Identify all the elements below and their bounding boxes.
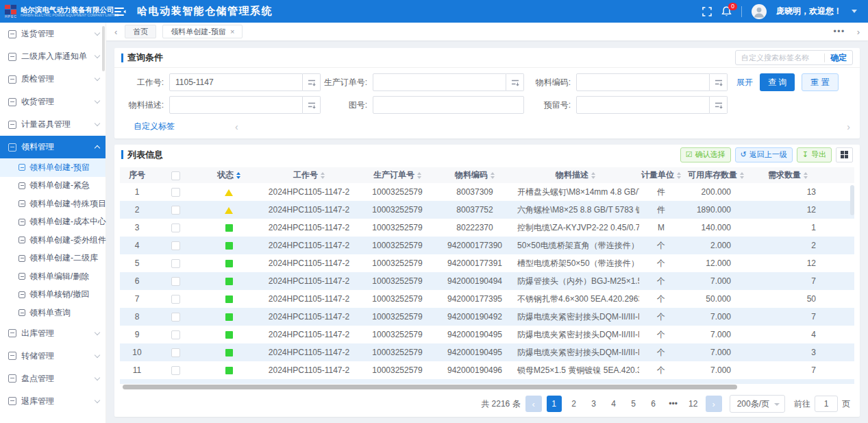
table-row[interactable]: 11 2024HPC1105-1147-21000325257994200019… (120, 361, 854, 379)
sidebar-subitem-create-reserve[interactable]: 领料单创建-预留 (0, 158, 106, 177)
sidebar-item-delivery[interactable]: 送货管理 (0, 23, 106, 45)
page-number[interactable]: 4 (606, 396, 621, 412)
page-number[interactable]: 12 (686, 396, 701, 412)
page-number[interactable]: 1 (547, 396, 562, 412)
sidebar-subitem-writeoff-revoke[interactable]: 领料单核销/撤回 (0, 286, 106, 304)
next-page-button[interactable]: › (706, 396, 722, 412)
export-button[interactable]: ↧ 导出 (797, 147, 832, 162)
row-checkbox[interactable] (171, 366, 180, 375)
page-size-select[interactable]: 200条/页 (730, 395, 785, 413)
row-checkbox[interactable] (171, 295, 180, 304)
page-number[interactable]: 2 (567, 396, 582, 412)
table-row[interactable]: 4 2024HPC1105-1147-210003252579942000177… (120, 237, 854, 254)
sidebar-subitem-edit-delete[interactable]: 领料单编辑/删除 (0, 267, 106, 286)
col-order-no[interactable]: 生产订单号 (357, 167, 438, 183)
tab-create-reserve[interactable]: 领料单创建-预留 × (162, 25, 243, 38)
row-checkbox[interactable] (171, 348, 180, 357)
work-no-filter-button[interactable] (303, 73, 321, 91)
page-number[interactable]: 6 (646, 396, 661, 412)
table-row[interactable]: 9 2024HPC1105-1147-210003252579942000190… (120, 326, 854, 343)
tags-next-icon[interactable]: › (847, 121, 850, 132)
table-horizontal-scrollbar[interactable] (121, 385, 853, 390)
table-row[interactable]: 12 2024HPC1105-1147-31000325257894200000… (120, 379, 854, 384)
row-checkbox[interactable] (171, 188, 180, 197)
col-stock[interactable]: 可用库存数量 (683, 167, 749, 183)
page-number[interactable]: 3 (586, 396, 602, 412)
table-row[interactable]: 10 2024HPC1105-1147-21000325257994200019… (120, 343, 854, 361)
notification-bell-icon[interactable]: 0 (721, 6, 732, 17)
material-desc-filter-button[interactable] (303, 96, 321, 114)
sidebar-subitem-query[interactable]: 领料单查询 (0, 304, 106, 322)
tabs-more-button[interactable]: ••• (830, 27, 850, 36)
table-row[interactable]: 2 2024HPC1105-1147-21000325257980037752 … (120, 201, 854, 219)
row-checkbox[interactable] (171, 277, 180, 286)
drawing-no-input[interactable] (373, 96, 524, 114)
collapse-menu-icon[interactable] (114, 7, 126, 16)
reserve-no-filter-button[interactable] (710, 96, 728, 114)
col-material-code[interactable]: 物料编码 (438, 167, 512, 183)
sidebar-item-return-warehouse[interactable]: 退库管理 (0, 390, 106, 413)
sidebar-item-measuring-tools[interactable]: 计量器具管理 (0, 113, 106, 136)
user-greeting[interactable]: 庞晓明，欢迎您！ (776, 5, 842, 17)
material-desc-input[interactable] (169, 96, 303, 114)
row-checkbox[interactable] (171, 259, 180, 268)
sidebar-item-outbound[interactable]: 出库管理 (0, 322, 106, 345)
return-up-button[interactable]: ↺ 返回上一级 (735, 147, 793, 162)
sidebar-item-transfer[interactable]: 转储管理 (0, 345, 106, 367)
col-work-no[interactable]: 工作号 (261, 167, 357, 183)
row-checkbox[interactable] (171, 223, 180, 232)
row-checkbox[interactable] (171, 241, 180, 250)
sidebar-scrollbar[interactable] (102, 26, 105, 71)
col-demand[interactable]: 需求数量 (749, 167, 827, 183)
table-row[interactable]: 3 2024HPC1105-1147-21000325257980222370 … (120, 219, 854, 237)
table-row[interactable]: 8 2024HPC1105-1147-210003252579942000190… (120, 308, 854, 326)
close-icon[interactable]: × (230, 28, 234, 35)
sidebar-item-material-requisition[interactable]: 领料管理 (0, 136, 106, 158)
row-checkbox[interactable] (171, 206, 180, 215)
tags-prev-icon[interactable]: ‹ (235, 121, 238, 132)
expand-link[interactable]: 展开 (736, 77, 753, 88)
reset-button[interactable]: 重 置 (802, 73, 838, 91)
row-checkbox[interactable] (171, 313, 180, 322)
goto-page-input[interactable] (815, 396, 838, 412)
col-unit[interactable]: 计量单位 (639, 167, 683, 183)
table-row[interactable]: 6 2024HPC1105-1147-210003252579942000190… (120, 272, 854, 290)
col-status[interactable]: 状态 (197, 167, 261, 183)
page-number[interactable]: 5 (626, 396, 641, 412)
material-code-filter-button[interactable] (710, 73, 728, 91)
sidebar-subitem-create-urgent[interactable]: 领料单创建-紧急 (0, 177, 106, 195)
sidebar-item-quality[interactable]: 质检管理 (0, 68, 106, 90)
table-vertical-scrollbar[interactable] (850, 184, 854, 384)
material-code-input[interactable] (576, 73, 710, 91)
table-row[interactable]: 7 2024HPC1105-1147-210003252579942000177… (120, 290, 854, 308)
table-row[interactable]: 5 2024HPC1105-1147-210003252579942000177… (120, 254, 854, 272)
sidebar-item-stocktake[interactable]: 盘点管理 (0, 367, 106, 390)
row-checkbox[interactable] (171, 330, 180, 339)
confirm-select-button[interactable]: ☑ 确认选择 (680, 147, 731, 162)
avatar[interactable] (752, 4, 767, 19)
work-no-input[interactable] (169, 73, 303, 91)
custom-tag-link[interactable]: 自定义标签 (134, 121, 175, 132)
select-all-checkbox[interactable] (171, 171, 180, 180)
user-caret-icon[interactable] (852, 10, 857, 13)
sidebar-subitem-create-secondary-warehouse[interactable]: 领料单创建-二级库 (0, 250, 106, 268)
reserve-no-input[interactable] (576, 96, 710, 114)
sidebar-subitem-create-special-project[interactable]: 领料单创建-特殊项目 (0, 195, 106, 213)
tab-home[interactable]: 首页 (125, 25, 156, 38)
tabs-back-button[interactable]: ‹ (113, 27, 119, 37)
table-row[interactable]: 1 2024HPC1105-1147-21000325257980037309 … (120, 183, 854, 201)
custom-tag-name-input[interactable] (741, 53, 819, 62)
sidebar-subitem-create-outsourced[interactable]: 领料单创建-委外组件 (0, 231, 106, 250)
page-ellipsis[interactable]: ••• (666, 396, 681, 412)
col-material-desc[interactable]: 物料描述 (512, 167, 639, 183)
sidebar-subitem-create-cost-center[interactable]: 领料单创建-成本中心 (0, 213, 106, 232)
tag-confirm-button[interactable]: 确定 (830, 52, 847, 64)
column-settings-button[interactable] (836, 147, 853, 162)
fullscreen-icon[interactable] (702, 7, 712, 16)
search-button[interactable]: 查 询 (760, 73, 795, 91)
sidebar-item-receiving[interactable]: 收货管理 (0, 90, 106, 113)
sidebar-item-inbound-notice[interactable]: 二级库入库通知单 (0, 45, 106, 68)
tabs-forward-button[interactable]: › (856, 27, 861, 37)
order-no-filter-button[interactable] (506, 73, 524, 91)
order-no-input[interactable] (373, 73, 506, 91)
